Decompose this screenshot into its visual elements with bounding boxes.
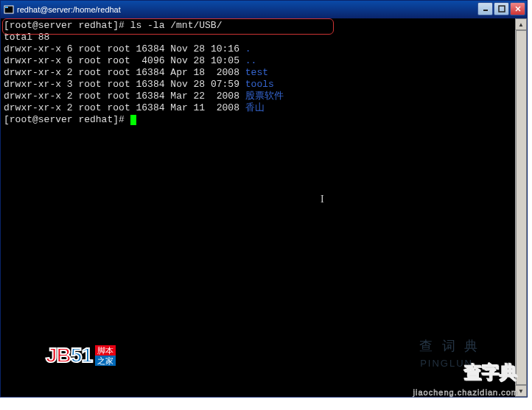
svg-rect-1 <box>5 7 8 8</box>
scroll-up-button[interactable]: ▲ <box>515 18 527 30</box>
logo-side-text: 脚本 之家 <box>95 345 116 366</box>
jb51-logo: JB51 脚本 之家 <box>46 344 116 367</box>
vertical-scrollbar[interactable]: ▲ ▼ <box>515 18 527 397</box>
listing-row: drwxr-xr-x 6 root root 4096 Nov 28 10:05… <box>4 55 256 66</box>
listing-row: drwxr-xr-x 3 root root 16384 Nov 28 07:5… <box>4 79 274 90</box>
minimize-button[interactable] <box>477 2 493 15</box>
cursor-block <box>130 115 136 125</box>
title-bar[interactable]: redhat@server:/home/redhat <box>1 1 527 18</box>
watermark-text-2: 查字典 <box>464 361 517 384</box>
prompt-line-1: [root@server redhat]# ls -la /mnt/USB/ <box>4 20 222 31</box>
app-icon <box>4 4 14 15</box>
listing-row: drwxr-xr-x 2 root root 16384 Mar 22 2008… <box>4 91 284 102</box>
watermark-url: jiaocheng.chazidian.com <box>413 388 519 397</box>
watermark-text-1: 查 词 典 <box>419 337 480 355</box>
listing-row: drwxr-xr-x 2 root root 16384 Mar 11 2008… <box>4 102 265 113</box>
scroll-thumb[interactable] <box>516 30 527 385</box>
scroll-track[interactable] <box>515 30 527 385</box>
total-line: total 88 <box>4 32 49 43</box>
close-button[interactable] <box>510 2 525 15</box>
listing-row: drwxr-xr-x 6 root root 16384 Nov 28 10:1… <box>4 43 251 54</box>
listing-row: drwxr-xr-x 2 root root 16384 Apr 18 2008… <box>4 67 268 78</box>
prompt-line-2: [root@server redhat]# <box>4 114 136 125</box>
svg-rect-3 <box>499 6 505 12</box>
maximize-button[interactable] <box>494 2 509 15</box>
logo-text: JB51 <box>46 344 92 367</box>
window-title: redhat@server:/home/redhat <box>17 5 477 14</box>
window-controls <box>477 1 527 18</box>
